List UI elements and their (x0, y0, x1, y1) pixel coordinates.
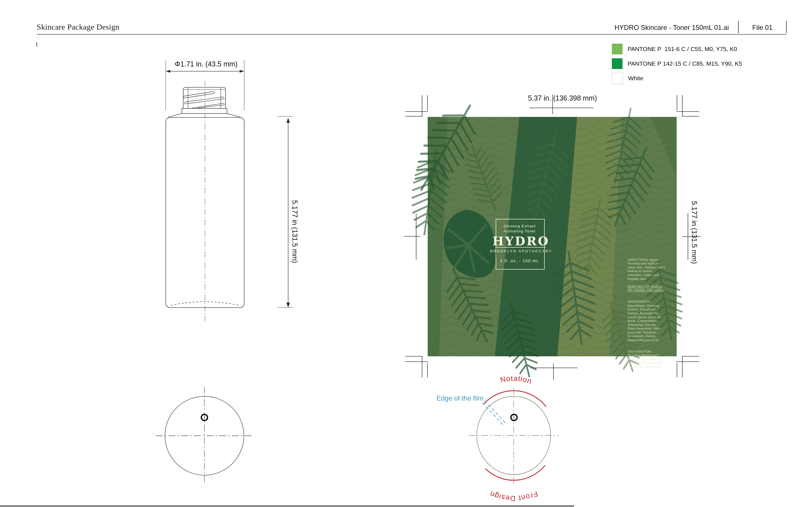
arrowhead-left (166, 70, 170, 73)
file-name: HYDRO Skincare - Toner 150mL 01.ai (553, 24, 729, 32)
bottle-drawing-svg (152, 56, 316, 338)
page-title: Skincare Package Design (37, 22, 119, 32)
label-height-dimension: 5.177 in (131.5 mm) (690, 201, 698, 264)
swatch-label: PANTONE P 142-15 C / C85, M15, Y90, K5 (627, 60, 742, 67)
margin-tick (36, 42, 37, 47)
swatch-label: PANTONE P 151-6 C / C55, M0, Y75, K0 (627, 46, 737, 52)
design-sheet: { "header": { "title": "Skincare Package… (0, 0, 812, 507)
file-number-badge: File 01 (739, 24, 785, 32)
notation-label: Notation (499, 374, 533, 386)
header-divider (738, 21, 739, 33)
bottle-threads (184, 92, 225, 108)
swatch-white (612, 73, 623, 84)
front-design-label: Front Design (488, 490, 539, 503)
bottle-neck (183, 87, 225, 108)
film-edge-dashed-lines (483, 401, 506, 425)
crop-mark-bottom-right (676, 356, 699, 378)
crop-mark-top-left (405, 95, 428, 116)
crop-marks-svg (395, 84, 733, 394)
bottle-top-view-svg (152, 375, 265, 493)
header-divider (786, 21, 786, 33)
swatch-dark-green (612, 58, 622, 69)
bottle-shoulder (168, 114, 241, 117)
legend-row: White (612, 71, 742, 86)
front-design-arc-mark (486, 465, 545, 480)
crop-mark-bottom-left (405, 356, 428, 378)
sheet-bottom-rule (0, 506, 574, 506)
legend-row: PANTONE P 151-6 C / C55, M0, Y75, K0 (612, 42, 742, 56)
center-mark-left (404, 214, 420, 260)
header-rule (37, 34, 786, 35)
swatch-label: White (628, 75, 644, 82)
swatch-light-green (612, 44, 622, 54)
crop-mark-top-right (676, 95, 699, 116)
legend-row: PANTONE P 142-15 C / C85, M15, Y90, K5 (612, 56, 742, 71)
arrowhead-down (287, 302, 290, 307)
label-width-dimension: 5.37 in. (136.398 mm) (522, 94, 603, 102)
bottle-height-dimension: 5.177 in (131.5 mm) (291, 200, 299, 263)
arrowhead-up (287, 118, 290, 123)
color-legend: PANTONE P 151-6 C / C55, M0, Y75, K0 PAN… (612, 42, 742, 86)
notation-arc-mark (484, 391, 546, 407)
neck-collar (182, 108, 227, 114)
edge-of-film-label: Edge of the film (437, 394, 484, 402)
bottle-diameter-dimension: Φ1.71 in. (43.5 mm) (165, 60, 247, 68)
arrowhead-right (240, 70, 244, 73)
